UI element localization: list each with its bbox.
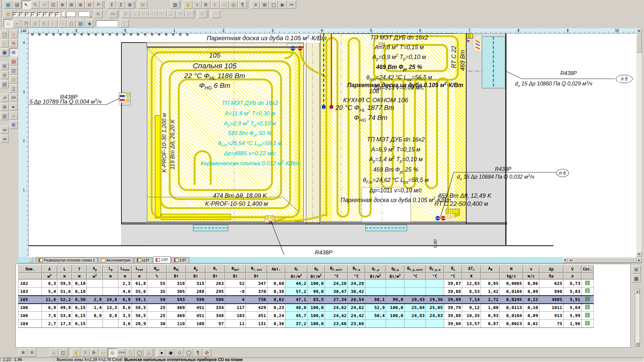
- coil-state-icon[interactable]: [582, 296, 594, 304]
- print-icon[interactable]: ▤: [1, 80, 9, 88]
- toolbar-grip[interactable]: [1, 1, 3, 9]
- plot-icon[interactable]: ▥: [1, 112, 9, 120]
- properties-sheet-icon[interactable]: ▤: [13, 1, 21, 9]
- heating-coil-icon[interactable]: ◎: [229, 1, 238, 9]
- forbid-icon[interactable]: ⊘: [203, 349, 211, 357]
- pick-tool-icon[interactable]: ▶: [278, 1, 287, 9]
- column-header[interactable]: Ltot: [132, 265, 147, 273]
- zoom-extents-icon[interactable]: ⊕: [58, 1, 67, 9]
- scrollbar-thumb[interactable]: [636, 34, 642, 53]
- layer-checkbox-4[interactable]: ✓: [31, 12, 36, 16]
- stack-icon[interactable]: ≋: [198, 10, 207, 18]
- tank-icon[interactable]: ◯: [135, 349, 144, 357]
- toolbar-grip[interactable]: [1, 19, 3, 27]
- view-tab-цэт[interactable]: ЦЭТ: [134, 257, 153, 263]
- column-header[interactable]: A: [42, 265, 57, 273]
- scroll-up-icon[interactable]: ▲: [636, 28, 642, 34]
- horizontal-scrollbar-thumb[interactable]: [573, 258, 637, 263]
- tab-scroll-button[interactable]: [29, 257, 33, 262]
- grid-table-icon[interactable]: ⊞: [260, 1, 269, 9]
- column-header[interactable]: V: [564, 265, 582, 273]
- layers-stack-icon[interactable]: ≣: [4, 10, 12, 18]
- zoom-out-icon[interactable]: ⊖: [85, 1, 94, 9]
- palette-equipment-icon[interactable]: ▭: [58, 19, 67, 27]
- coil-icon[interactable]: ◎: [10, 75, 18, 83]
- open-file-icon[interactable]: ▱: [1, 39, 9, 47]
- filter-icon[interactable]: ▽: [120, 19, 129, 27]
- layer-checkbox-7[interactable]: ✓: [49, 12, 54, 16]
- scroll-down-icon[interactable]: ▼: [636, 252, 642, 257]
- column-header[interactable]: Фpr: [147, 265, 167, 273]
- palette-building-icon[interactable]: ⌂: [4, 19, 12, 27]
- table-nav-first-icon[interactable]: ⊞: [19, 349, 28, 357]
- layer-checkbox-5[interactable]: ✓: [37, 12, 42, 16]
- pointer-icon[interactable]: ↖: [94, 10, 103, 18]
- boiler-icon[interactable]: ▯: [126, 349, 135, 357]
- save-icon[interactable]: ▣: [1, 48, 9, 56]
- radiator-icon[interactable]: ▮: [72, 349, 80, 357]
- column-header[interactable]: AM: [481, 265, 500, 273]
- layer-checkbox-3[interactable]: ✓: [25, 12, 30, 16]
- walls-icon[interactable]: ▤: [10, 57, 18, 65]
- column-header[interactable]: θF,p,m: [426, 265, 444, 273]
- hatch-wall-icon[interactable]: ▨: [10, 66, 18, 74]
- ruler-scale-box[interactable]: 146: [18, 28, 29, 34]
- column-header[interactable]: ΔTr: [462, 265, 481, 273]
- plan-edit-icon[interactable]: ⊞: [10, 48, 18, 56]
- column-header[interactable]: Пом.: [18, 265, 42, 273]
- floor-list-icon[interactable]: ≣: [125, 1, 134, 9]
- view-tab-1эт[interactable]: 1ЭТ: [153, 256, 171, 263]
- heating-coil-icon[interactable]: ◎: [108, 349, 117, 357]
- column-header[interactable]: LConn: [118, 265, 132, 273]
- table-row-room-102[interactable]: 1026,359,50,102,361,855318315263523470,6…: [18, 280, 594, 288]
- scroll-left-icon[interactable]: ◄: [568, 258, 573, 263]
- pan-hand-icon[interactable]: +: [40, 1, 49, 9]
- palette-wall-icon[interactable]: ⌐: [13, 19, 21, 27]
- tank-2-icon[interactable]: ◯: [184, 349, 193, 357]
- column-header[interactable]: Фp: [186, 265, 206, 273]
- find-replace-icon[interactable]: ∞: [1, 135, 9, 143]
- palette-shape-icon[interactable]: ◆: [85, 19, 94, 27]
- zoom-mode-icon[interactable]: ZM: [10, 94, 18, 102]
- region-select-icon[interactable]: ▦: [4, 1, 12, 9]
- ball-valve-icon[interactable]: ●: [157, 349, 166, 357]
- view-tab-развернутая-плоская-схема-1[interactable]: Развернутая плоская схема 1: [36, 257, 98, 263]
- palette-element-icon[interactable]: ▫: [49, 19, 58, 27]
- coil-state-icon[interactable]: [582, 288, 594, 296]
- table-row-room-103[interactable]: 1035,451,60,104,055,635305288295-83700,3…: [18, 288, 594, 296]
- text-lines-icon[interactable]: ≣: [122, 10, 130, 18]
- column-header[interactable]: qr: [285, 265, 308, 273]
- floor-up-icon[interactable]: ↥: [116, 1, 125, 9]
- table-row-room-104[interactable]: 1042,717,30,153,620,93011010897111310,36…: [18, 320, 594, 328]
- palette-door-icon[interactable]: ◻: [67, 19, 76, 27]
- modules-icon[interactable]: ⊞: [1, 62, 9, 70]
- table-scrollbar[interactable]: ▲ ▼: [635, 289, 640, 347]
- floors-icon[interactable]: ≋: [10, 39, 18, 47]
- column-header[interactable]: T: [72, 265, 87, 273]
- pipes-icon[interactable]: =: [81, 349, 90, 357]
- cut-icon[interactable]: ✂: [287, 1, 296, 9]
- column-header[interactable]: Сос.: [582, 265, 594, 273]
- manifold-icon[interactable]: ⊪: [202, 1, 211, 9]
- layer-checkbox-6[interactable]: ✓: [43, 12, 48, 16]
- building-icon[interactable]: ⌂: [50, 349, 58, 357]
- sheet-icon[interactable]: ▢: [269, 1, 278, 9]
- coil-state-icon[interactable]: [582, 320, 594, 328]
- column-header[interactable]: qr,p: [365, 265, 386, 273]
- table-config-icon[interactable]: ▦: [632, 275, 641, 283]
- building-2-icon[interactable]: ⌂: [10, 112, 18, 120]
- cursor-icon[interactable]: ↖: [22, 1, 31, 9]
- palette-riser-icon[interactable]: ⊦: [40, 19, 49, 27]
- preview-icon[interactable]: ⊙: [1, 71, 9, 79]
- pump-icon[interactable]: ◉: [166, 349, 175, 357]
- toolbar-grip[interactable]: [1, 10, 3, 18]
- zoom-slider[interactable]: [62, 11, 76, 17]
- room-number-icon[interactable]: 101: [109, 10, 117, 18]
- plan-2-icon[interactable]: ⊞: [10, 121, 18, 129]
- zoom-window-icon[interactable]: ⊡: [49, 1, 58, 9]
- view-tab-2эт[interactable]: 2ЭТ: [171, 257, 189, 263]
- layer-checkbox-1[interactable]: ✓: [13, 12, 17, 16]
- coil-state-icon[interactable]: [582, 280, 594, 288]
- table-view-icon[interactable]: ⊞: [632, 265, 641, 274]
- column-header[interactable]: Фdef: [225, 265, 246, 273]
